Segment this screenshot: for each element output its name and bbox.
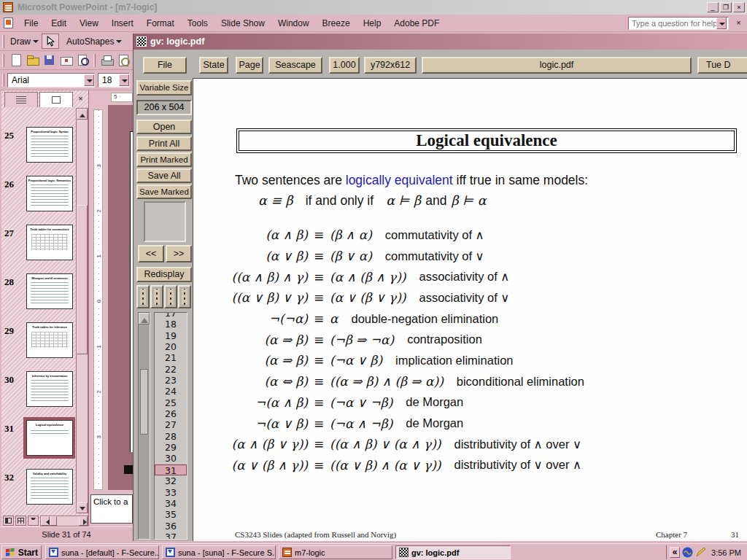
gv-scale-button[interactable]: 1.000 <box>329 57 360 74</box>
gv-print-marked-button[interactable]: Print Marked <box>136 152 192 167</box>
tab-slides[interactable] <box>39 92 73 107</box>
gv-save-marked-button[interactable]: Save Marked <box>136 184 192 199</box>
chevron-down-icon[interactable] <box>716 18 727 29</box>
start-button[interactable]: Start <box>1 545 42 559</box>
menu-edit[interactable]: Edit <box>44 16 73 31</box>
page-item[interactable]: 25 <box>155 397 187 408</box>
toolbar-grip[interactable] <box>2 54 4 67</box>
gv-titlebar[interactable]: gv: logic.pdf <box>133 34 747 50</box>
scroll-up-icon[interactable] <box>77 109 88 120</box>
page-item[interactable]: 36 <box>155 521 187 532</box>
menu-view[interactable]: View <box>73 16 105 31</box>
open-icon[interactable] <box>26 53 39 67</box>
restore-button[interactable]: ❐ <box>720 2 732 12</box>
scroll-up-icon[interactable] <box>139 313 150 324</box>
page-item[interactable]: 18 <box>155 319 187 330</box>
page-item[interactable]: 27 <box>155 419 187 430</box>
gv-mark-button-4[interactable] <box>178 285 191 308</box>
gv-orientation-button[interactable]: Seascape <box>268 57 322 74</box>
page-item[interactable]: 32 <box>155 475 187 486</box>
gv-filename-bar[interactable]: logic.pdf <box>422 57 692 74</box>
menu-adobe-pdf[interactable]: Adobe PDF <box>387 16 446 31</box>
page-item[interactable]: 28 <box>155 431 187 442</box>
gv-print-all-button[interactable]: Print All <box>136 136 192 151</box>
menu-slide-show[interactable]: Slide Show <box>214 16 271 31</box>
save-icon[interactable] <box>42 53 56 67</box>
gv-open-button[interactable]: Open <box>136 120 192 134</box>
page-item[interactable]: 21 <box>155 352 187 363</box>
horizontal-scrollbar[interactable] <box>40 516 88 526</box>
gv-pagelist-scrollbar[interactable] <box>138 312 150 540</box>
page-item[interactable]: 35 <box>155 509 187 520</box>
gv-page-button[interactable]: Page <box>236 57 263 74</box>
page-item[interactable]: 24 <box>155 386 187 397</box>
search-icon[interactable] <box>76 53 90 67</box>
minimize-button[interactable]: _ <box>707 2 719 12</box>
font-size-combo[interactable]: 18 <box>98 73 130 88</box>
thumbnails-scrollbar[interactable] <box>76 108 88 513</box>
gv-mark-button-2[interactable] <box>150 285 163 308</box>
print-icon[interactable] <box>100 53 114 67</box>
close-button[interactable]: × <box>733 2 745 12</box>
menu-help[interactable]: Help <box>357 16 388 31</box>
mail-icon[interactable] <box>59 53 73 67</box>
page-item[interactable]: 33 <box>155 487 187 498</box>
help-search-input[interactable] <box>629 19 716 28</box>
thumbnail-preview[interactable]: Propositional logic: Semantics <box>26 176 73 211</box>
thumbnail-preview[interactable]: Truth tables for connectives <box>26 225 73 260</box>
thumbnail-preview[interactable]: Propositional logic: Syntax <box>26 127 73 163</box>
tray-chevron-icon[interactable]: « <box>670 547 680 558</box>
draw-menu-button[interactable]: Draw <box>7 35 42 48</box>
slide-sorter-view-button[interactable] <box>15 516 26 526</box>
tray-pencil-icon[interactable] <box>695 547 706 558</box>
font-name-combo[interactable]: Arial <box>7 73 95 88</box>
page-item[interactable]: 20 <box>155 341 187 352</box>
page-item-selected[interactable]: 31 <box>155 464 187 475</box>
page-item[interactable]: 17 <box>155 312 187 319</box>
page-item[interactable]: 26 <box>155 408 187 419</box>
document-icon[interactable] <box>4 18 13 28</box>
gv-pan-area[interactable] <box>144 201 186 242</box>
autoshapes-menu-button[interactable]: AutoShapes <box>63 35 125 48</box>
close-pane-icon[interactable]: × <box>75 93 86 104</box>
task-fsecure-default[interactable]: suna - [default] - F-Secure... <box>45 545 159 559</box>
close-document-icon[interactable]: × <box>733 18 744 28</box>
thumbnail-preview[interactable]: Logical equivalence <box>26 420 73 456</box>
menu-file[interactable]: File <box>18 16 44 31</box>
page-item[interactable]: 22 <box>155 364 187 375</box>
help-search-box[interactable] <box>628 17 729 30</box>
gv-save-all-button[interactable]: Save All <box>136 168 192 183</box>
gv-pagesize-button[interactable]: y792x612 <box>364 57 417 74</box>
gv-variable-size-button[interactable]: Variable Size <box>136 80 192 96</box>
scroll-down-icon[interactable] <box>77 502 88 513</box>
gv-redisplay-button[interactable]: Redisplay <box>136 267 192 282</box>
toolbar-grip[interactable] <box>2 35 4 48</box>
scrollbar-thumb[interactable] <box>140 369 148 435</box>
page-item[interactable]: 34 <box>155 498 187 509</box>
select-pointer-button[interactable] <box>42 34 59 49</box>
toolbar-grip[interactable] <box>2 74 4 87</box>
gv-next-page-button[interactable]: >> <box>166 245 192 262</box>
gv-mark-button-1[interactable] <box>136 285 150 308</box>
task-powerpoint[interactable]: m7-logic <box>279 545 392 559</box>
scroll-right-icon[interactable] <box>79 516 88 526</box>
thumbnail-preview[interactable]: Truth tables for inference <box>26 322 73 358</box>
page-item[interactable]: 29 <box>155 442 187 453</box>
page-item[interactable]: 23 <box>155 375 187 386</box>
new-icon[interactable] <box>9 53 23 67</box>
menu-window[interactable]: Window <box>271 16 316 31</box>
menu-format[interactable]: Format <box>140 16 181 31</box>
tab-outline[interactable] <box>4 92 38 107</box>
task-gv-active[interactable]: gv: logic.pdf <box>395 545 511 559</box>
gv-mark-button-3[interactable] <box>164 285 177 308</box>
pdf-page[interactable]: Logical equivalence Two sentences are lo… <box>193 78 747 541</box>
scroll-left-icon[interactable] <box>41 516 50 526</box>
menu-tools[interactable]: Tools <box>181 16 214 31</box>
page-item[interactable]: 30 <box>155 453 187 464</box>
thumbnail-preview[interactable]: Validity and satisfiability <box>26 469 73 505</box>
gv-date-button[interactable]: Tue D <box>697 57 747 74</box>
thumbnail-preview[interactable]: Inference by enumeration <box>26 371 73 407</box>
gv-file-button[interactable]: File <box>143 57 187 74</box>
scrollbar-thumb[interactable] <box>77 205 88 354</box>
menu-insert[interactable]: Insert <box>105 16 140 31</box>
